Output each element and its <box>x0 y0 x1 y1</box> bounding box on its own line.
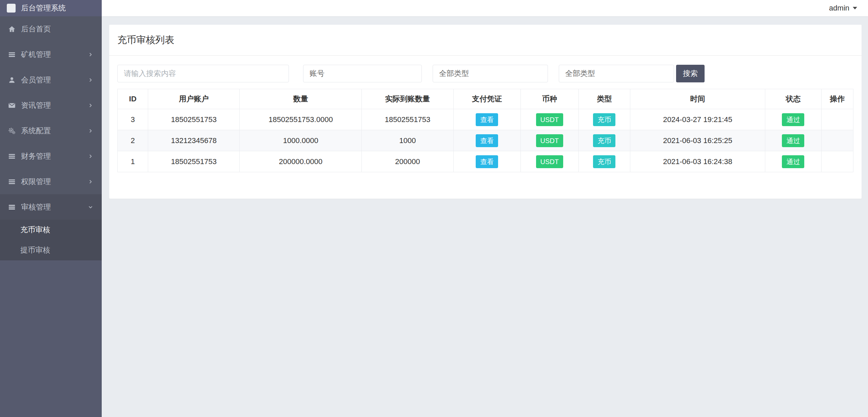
cell-action <box>821 130 853 151</box>
col-header-id: ID <box>118 89 148 109</box>
gear-icon <box>8 127 16 135</box>
sidebar-item-home[interactable]: 后台首页 <box>0 16 102 42</box>
cell-voucher: 查看 <box>453 109 520 130</box>
sidebar-item-label: 后台首页 <box>21 24 94 34</box>
col-header-voucher: 支付凭证 <box>453 89 520 109</box>
table-row: 2 13212345678 1000.0000 1000 查看 USDT 充币 … <box>118 130 853 151</box>
cell-actual: 18502551753 <box>362 109 453 130</box>
sidebar-filler <box>0 260 102 417</box>
type-select-1[interactable]: 全部类型 <box>433 65 548 82</box>
sidebar-item-finance[interactable]: 财务管理 <box>0 143 102 169</box>
account-field-select[interactable]: 账号 <box>303 65 422 82</box>
page-title: 充币审核列表 <box>117 25 853 55</box>
col-header-actual: 实际到账数量 <box>362 89 453 109</box>
sidebar-subitem-deposit-audit[interactable]: 充币审核 <box>0 220 102 240</box>
chevron-right-icon <box>87 128 94 134</box>
cell-voucher: 查看 <box>453 130 520 151</box>
col-header-time: 时间 <box>630 89 765 109</box>
sidebar-item-label: 权限管理 <box>21 177 87 187</box>
content: 充币审核列表 账号 全部类型 全部类型 搜索 <box>102 16 868 417</box>
status-badge: 通过 <box>782 134 804 147</box>
submenu-item-label: 充币审核 <box>20 225 50 235</box>
sidebar-item-permission[interactable]: 权限管理 <box>0 169 102 194</box>
username: admin <box>829 4 849 13</box>
cell-account: 18502551753 <box>148 151 240 172</box>
view-voucher-button[interactable]: 查看 <box>476 134 498 147</box>
coin-badge: USDT <box>536 134 563 147</box>
cell-coin: USDT <box>520 130 578 151</box>
type-select-2[interactable]: 全部类型 <box>559 65 674 82</box>
cell-voucher: 查看 <box>453 151 520 172</box>
sidebar-subitem-withdraw-audit[interactable]: 提币审核 <box>0 240 102 260</box>
sidebar-item-label: 审核管理 <box>21 202 87 212</box>
coin-badge: USDT <box>536 155 563 168</box>
deposit-audit-card: 充币审核列表 账号 全部类型 全部类型 搜索 <box>109 25 862 199</box>
type-badge: 充币 <box>593 134 615 147</box>
app-logo: 后台管理系统 <box>0 0 102 16</box>
cell-status: 通过 <box>765 151 821 172</box>
sidebar-item-member[interactable]: 会员管理 <box>0 67 102 93</box>
sidebar: 后台管理系统 后台首页 矿机管理 <box>0 0 102 417</box>
cell-type: 充币 <box>578 151 630 172</box>
status-badge: 通过 <box>782 113 804 126</box>
chevron-right-icon <box>87 52 94 58</box>
cell-coin: USDT <box>520 151 578 172</box>
cell-amount: 200000.0000 <box>240 151 362 172</box>
chevron-right-icon <box>87 77 94 83</box>
sidebar-item-system[interactable]: 系统配置 <box>0 118 102 143</box>
cell-actual: 1000 <box>362 130 453 151</box>
status-badge: 通过 <box>782 155 804 168</box>
col-header-type: 类型 <box>578 89 630 109</box>
type-badge: 充币 <box>593 113 615 126</box>
sidebar-item-audit[interactable]: 审核管理 <box>0 194 102 220</box>
user-menu[interactable]: admin <box>829 4 857 13</box>
chevron-down-icon <box>87 204 94 210</box>
cell-account: 18502551753 <box>148 109 240 130</box>
cell-account: 13212345678 <box>148 130 240 151</box>
list-icon <box>8 178 16 185</box>
cell-amount: 18502551753.0000 <box>240 109 362 130</box>
list-icon <box>8 51 16 58</box>
cell-time: 2024-03-27 19:21:45 <box>630 109 765 130</box>
cell-actual: 200000 <box>362 151 453 172</box>
sidebar-item-label: 矿机管理 <box>21 49 87 60</box>
search-button[interactable]: 搜索 <box>676 65 705 82</box>
view-voucher-button[interactable]: 查看 <box>476 113 498 126</box>
col-header-action: 操作 <box>821 89 853 109</box>
cell-type: 充币 <box>578 109 630 130</box>
chevron-right-icon <box>87 153 94 159</box>
cell-coin: USDT <box>520 109 578 130</box>
col-header-amount: 数量 <box>240 89 362 109</box>
sidebar-item-label: 资讯管理 <box>21 100 87 111</box>
cell-time: 2021-06-03 16:24:38 <box>630 151 765 172</box>
mail-icon <box>8 102 16 109</box>
cell-id: 2 <box>118 130 148 151</box>
table-header-row: ID 用户账户 数量 实际到账数量 支付凭证 币种 类型 时间 状态 操作 <box>118 89 853 109</box>
search-toolbar: 账号 全部类型 全部类型 搜索 <box>117 56 853 82</box>
caret-down-icon <box>853 7 857 9</box>
cell-action <box>821 109 853 130</box>
view-voucher-button[interactable]: 查看 <box>476 155 498 168</box>
topbar: admin <box>102 0 868 16</box>
cell-status: 通过 <box>765 109 821 130</box>
sidebar-item-miner[interactable]: 矿机管理 <box>0 42 102 67</box>
sidebar-item-label: 会员管理 <box>21 75 87 85</box>
sidebar-item-label: 系统配置 <box>21 126 87 136</box>
sidebar-item-label: 财务管理 <box>21 151 87 161</box>
chevron-right-icon <box>87 102 94 108</box>
submenu-item-label: 提币审核 <box>20 245 50 255</box>
sidebar-menu: 后台首页 矿机管理 会员管理 <box>0 16 102 260</box>
coin-badge: USDT <box>536 113 563 126</box>
cell-status: 通过 <box>765 130 821 151</box>
col-header-status: 状态 <box>765 89 821 109</box>
list-icon <box>8 153 16 160</box>
logo-icon <box>7 4 16 13</box>
list-icon <box>8 203 16 211</box>
sidebar-item-news[interactable]: 资讯管理 <box>0 93 102 118</box>
deposit-audit-table: ID 用户账户 数量 实际到账数量 支付凭证 币种 类型 时间 状态 操作 <box>117 89 853 172</box>
keyword-search-input[interactable] <box>117 65 289 82</box>
app-root: 后台管理系统 后台首页 矿机管理 <box>0 0 868 417</box>
home-icon <box>8 25 16 33</box>
cell-id: 3 <box>118 109 148 130</box>
col-header-account: 用户账户 <box>148 89 240 109</box>
